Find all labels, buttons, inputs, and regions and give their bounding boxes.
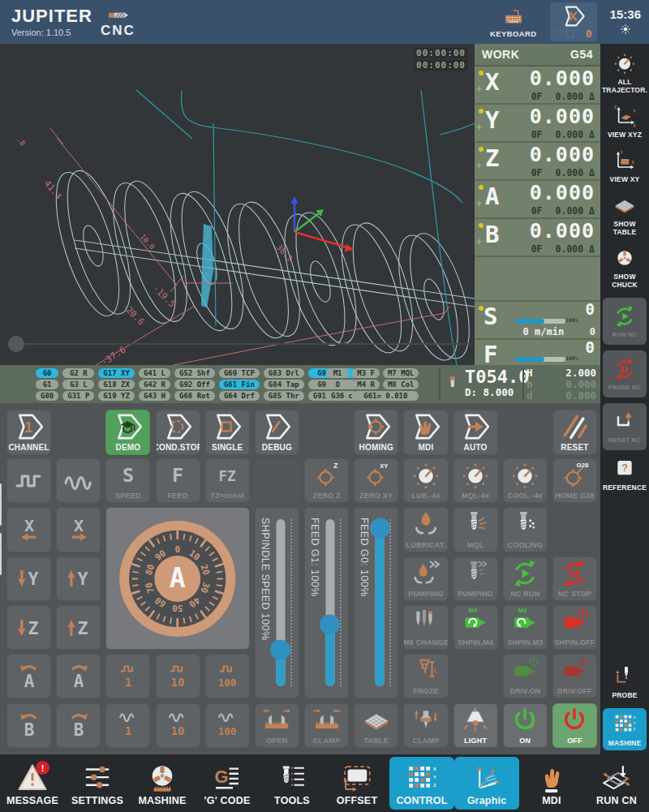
zero-z-button[interactable]: ZZERO Z: [304, 458, 349, 503]
step-1-button[interactable]: 1: [105, 654, 150, 698]
step-100-button[interactable]: 100: [205, 654, 250, 698]
close-program-button[interactable]: 0: [550, 2, 597, 41]
cooling-button[interactable]: COOLING: [503, 507, 548, 552]
work-offset[interactable]: G54: [570, 48, 593, 61]
mql-4x-button[interactable]: MQL-4x: [453, 458, 498, 503]
froze-button[interactable]: LFROZE: [403, 654, 448, 698]
zero-xy-button[interactable]: XYZERO XY: [354, 458, 398, 503]
vise-open-button[interactable]: OPEN: [255, 703, 299, 748]
table-button[interactable]: TABLE: [354, 703, 398, 748]
graphics-viewport[interactable]: .841.410.0-19.5-20.6-37.686.438.3 00:00:…: [0, 44, 475, 365]
vise-clamp-button[interactable]: CLAMP: [304, 703, 349, 748]
feed-step-10-button[interactable]: 10: [156, 703, 200, 748]
feed-select-button[interactable]: FFEED: [156, 458, 200, 503]
nav-tab-tools[interactable]: TOOLS: [260, 754, 324, 812]
channel-button[interactable]: 1CHANNEL: [6, 410, 51, 455]
nc-run-button[interactable]: NC RUN: [503, 556, 548, 601]
cond-stop-button[interactable]: COND.STOP: [156, 410, 200, 455]
shpin-m4-button[interactable]: M4SHPIN.M4: [453, 605, 498, 650]
power-on-button[interactable]: ON: [503, 703, 548, 748]
m6-change-button[interactable]: M6 CHANGE: [403, 605, 448, 650]
fz-select-button[interactable]: FZTZ=const: [205, 458, 250, 503]
jog-z-plus-button[interactable]: Z: [56, 605, 101, 650]
feed-step-1-button[interactable]: 1: [105, 703, 150, 748]
debug-button[interactable]: DEBUG: [255, 410, 299, 455]
axis-row-b[interactable]: + B 0.000 0F0.000 Δ: [475, 219, 600, 257]
nav-tab-graphic[interactable]: Graphic: [454, 757, 519, 810]
auto-button[interactable]: AUTO: [453, 410, 498, 455]
nav-tab-run-cn[interactable]: RUN CN: [584, 754, 649, 812]
driv-off-button[interactable]: DRIV.OFF: [552, 654, 597, 698]
feed-step-100-button[interactable]: 100: [205, 703, 250, 748]
nc-stop-button[interactable]: NC STOP: [552, 556, 597, 601]
homing-button[interactable]: HOMING: [354, 410, 398, 455]
demo-button[interactable]: DEMO: [105, 410, 150, 455]
speed-select-button[interactable]: SSPEED: [105, 458, 150, 503]
axis-row-x[interactable]: + X 0.000 0F0.000 Δ: [475, 67, 600, 105]
lubricat-button[interactable]: LUBRICAT.: [403, 507, 448, 552]
sidebar-view-xyz[interactable]: ZYX VIEW XYZ: [608, 103, 642, 139]
timeline-knob[interactable]: [8, 336, 24, 352]
feed-g1-slider[interactable]: FEED G1: 100%: [304, 507, 349, 698]
mql-button[interactable]: MQL: [453, 507, 498, 552]
axis-row-z[interactable]: + Z 0.000 0F0.000 Δ: [475, 143, 600, 181]
slider-handle[interactable]: [320, 615, 340, 635]
step-10-button[interactable]: 10: [156, 654, 200, 698]
reset-button[interactable]: RESET: [552, 410, 597, 455]
power-off-button[interactable]: OFF: [552, 703, 597, 748]
sidebar-show-table[interactable]: SHOW TABLE: [612, 192, 638, 236]
pumping-lube-button[interactable]: PUMPING: [403, 556, 448, 601]
mdi-mode-button[interactable]: MDI: [403, 410, 448, 455]
nav-tab-message[interactable]: MESSAGE!: [0, 754, 65, 812]
cool-4x-button[interactable]: COOL.-4x: [503, 458, 548, 503]
shpin-m3-button[interactable]: M3SHPIN.M3: [503, 605, 548, 650]
jog-speed-dial[interactable]: 0102030405060708090A: [105, 507, 250, 650]
lub-4x-button[interactable]: LUB.-4x: [403, 458, 448, 503]
single-button[interactable]: SINGLE: [205, 410, 250, 455]
jog-wave-square-button[interactable]: [6, 458, 51, 503]
sidebar-view-xy[interactable]: YX VIEW XY: [610, 148, 640, 183]
jog-z-minus-button[interactable]: Z: [6, 605, 51, 650]
slider-track[interactable]: [376, 519, 385, 686]
sidebar-show-chuck[interactable]: SHOW CHUCK: [612, 245, 638, 289]
sidebar-run-nc[interactable]: RUN NC: [603, 298, 647, 345]
feed-g0-slider[interactable]: FEED G0: 100%: [354, 507, 398, 698]
brightness-icon[interactable]: [618, 22, 633, 37]
nav-tab-offset[interactable]: OFFSET: [324, 754, 389, 812]
sidebar-probe[interactable]: PROBE: [612, 664, 638, 699]
slider-handle[interactable]: [370, 518, 390, 538]
slider-track[interactable]: [276, 519, 285, 686]
home-g28-button[interactable]: G28HOME G28: [552, 458, 597, 503]
tool-clamp-button[interactable]: CLAMP: [403, 703, 448, 748]
slider-track[interactable]: [325, 519, 334, 686]
light-button[interactable]: LIGHT: [453, 703, 498, 748]
nav-tab-mashine[interactable]: MASHINE: [130, 754, 195, 812]
jog-x-minus-button[interactable]: X: [6, 507, 51, 552]
jog-b-ccw-button[interactable]: B: [6, 703, 51, 748]
spindle-speed-slider[interactable]: SHPINDLE SPEED 100%: [255, 507, 299, 698]
jog-a-ccw-button[interactable]: A: [6, 654, 51, 698]
axis-row-y[interactable]: + Y 0.000 0F0.000 Δ: [475, 105, 600, 143]
nav-tab-control[interactable]: XYZ CONTROL: [389, 757, 454, 810]
timeline-slider[interactable]: [8, 336, 471, 352]
sidebar-all-trajector[interactable]: ALL TRAJECTOR.: [602, 50, 647, 94]
jog-y-plus-button[interactable]: Y: [56, 556, 101, 601]
sidebar-mashine-side[interactable]: XYZ MASHINE: [603, 708, 647, 750]
jog-b-cw-button[interactable]: B: [56, 703, 101, 748]
nav-tab-mdi[interactable]: MDI: [519, 754, 584, 812]
axis-row-a[interactable]: + A 0.000 0F0.000 Δ: [475, 181, 600, 219]
pumping-mql-button[interactable]: PUMPING: [453, 556, 498, 601]
keyboard-button[interactable]: KEYBOARD: [490, 6, 537, 38]
driv-on-button[interactable]: DRIV.ON: [503, 654, 548, 698]
shpin-off-button[interactable]: SHPIN.OFF: [552, 605, 597, 650]
nav-tab-g-code[interactable]: G 'G' CODE: [195, 754, 260, 812]
jog-wave-sine-button[interactable]: [56, 458, 101, 503]
sidebar-reference[interactable]: ? REFERENCE: [603, 456, 647, 492]
jog-y-minus-button[interactable]: Y: [6, 556, 51, 601]
nav-tab-settings[interactable]: SETTINGS: [65, 754, 130, 812]
sidebar-reset-nc[interactable]: RESET NC: [603, 403, 647, 450]
jog-x-plus-button[interactable]: X: [56, 507, 101, 552]
jog-a-cw-button[interactable]: A: [56, 654, 101, 698]
sidebar-pause-nc[interactable]: PAUSE NC: [603, 350, 647, 397]
slider-handle[interactable]: [270, 640, 290, 660]
